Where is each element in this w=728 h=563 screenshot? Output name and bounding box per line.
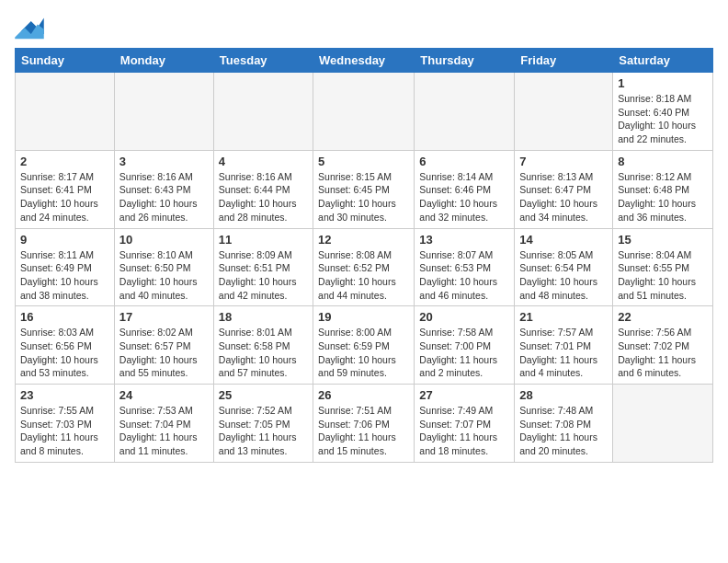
day-number: 17 bbox=[119, 310, 209, 324]
day-info: Sunrise: 8:01 AMSunset: 6:58 PMDaylight:… bbox=[219, 326, 308, 380]
day-cell: 2Sunrise: 8:17 AMSunset: 6:41 PMDaylight… bbox=[16, 150, 115, 228]
day-cell: 25Sunrise: 7:52 AMSunset: 7:05 PMDayligh… bbox=[213, 385, 313, 463]
day-cell: 8Sunrise: 8:12 AMSunset: 6:48 PMDaylight… bbox=[613, 150, 713, 228]
day-cell: 13Sunrise: 8:07 AMSunset: 6:53 PMDayligh… bbox=[415, 228, 515, 306]
weekday-header-friday: Friday bbox=[515, 49, 613, 73]
weekday-header-thursday: Thursday bbox=[415, 49, 515, 73]
week-row-2: 9Sunrise: 8:11 AMSunset: 6:49 PMDaylight… bbox=[16, 228, 713, 306]
day-info: Sunrise: 7:58 AMSunset: 7:00 PMDaylight:… bbox=[419, 326, 509, 380]
week-row-1: 2Sunrise: 8:17 AMSunset: 6:41 PMDaylight… bbox=[16, 150, 713, 228]
calendar-table: SundayMondayTuesdayWednesdayThursdayFrid… bbox=[15, 48, 713, 463]
day-info: Sunrise: 7:56 AMSunset: 7:02 PMDaylight:… bbox=[618, 326, 708, 380]
day-number: 9 bbox=[20, 233, 109, 247]
day-cell: 27Sunrise: 7:49 AMSunset: 7:07 PMDayligh… bbox=[415, 385, 515, 463]
day-info: Sunrise: 7:53 AMSunset: 7:04 PMDaylight:… bbox=[119, 404, 209, 458]
day-info: Sunrise: 8:09 AMSunset: 6:51 PMDaylight:… bbox=[219, 248, 308, 303]
day-cell: 3Sunrise: 8:16 AMSunset: 6:43 PMDaylight… bbox=[114, 150, 213, 228]
day-number: 14 bbox=[519, 233, 608, 247]
day-number: 12 bbox=[318, 233, 409, 247]
day-info: Sunrise: 8:07 AMSunset: 6:53 PMDaylight:… bbox=[419, 248, 509, 303]
logo-bird-icon bbox=[15, 15, 44, 40]
day-cell: 5Sunrise: 8:15 AMSunset: 6:45 PMDaylight… bbox=[313, 150, 415, 228]
week-row-0: 1Sunrise: 8:18 AMSunset: 6:40 PMDaylight… bbox=[16, 73, 713, 151]
weekday-header-saturday: Saturday bbox=[613, 49, 713, 73]
weekday-header-tuesday: Tuesday bbox=[213, 49, 313, 73]
day-cell bbox=[313, 73, 415, 151]
calendar-container: SundayMondayTuesdayWednesdayThursdayFrid… bbox=[0, 0, 728, 470]
day-number: 4 bbox=[219, 155, 308, 168]
day-info: Sunrise: 8:12 AMSunset: 6:48 PMDaylight:… bbox=[618, 170, 708, 224]
day-info: Sunrise: 8:18 AMSunset: 6:40 PMDaylight:… bbox=[618, 92, 708, 146]
day-number: 3 bbox=[119, 155, 209, 168]
day-cell: 26Sunrise: 7:51 AMSunset: 7:06 PMDayligh… bbox=[313, 385, 415, 463]
day-cell bbox=[415, 73, 515, 151]
day-number: 28 bbox=[519, 388, 608, 402]
weekday-header-wednesday: Wednesday bbox=[313, 49, 415, 73]
day-cell: 6Sunrise: 8:14 AMSunset: 6:46 PMDaylight… bbox=[415, 150, 515, 228]
day-cell: 15Sunrise: 8:04 AMSunset: 6:55 PMDayligh… bbox=[613, 228, 713, 306]
day-cell: 23Sunrise: 7:55 AMSunset: 7:03 PMDayligh… bbox=[16, 385, 115, 463]
day-info: Sunrise: 7:49 AMSunset: 7:07 PMDaylight:… bbox=[419, 404, 509, 458]
day-info: Sunrise: 8:05 AMSunset: 6:54 PMDaylight:… bbox=[519, 248, 608, 303]
day-info: Sunrise: 8:00 AMSunset: 6:59 PMDaylight:… bbox=[318, 326, 409, 380]
day-number: 22 bbox=[618, 310, 708, 324]
day-cell: 14Sunrise: 8:05 AMSunset: 6:54 PMDayligh… bbox=[515, 228, 613, 306]
day-cell bbox=[16, 73, 115, 151]
weekday-header-monday: Monday bbox=[114, 49, 213, 73]
day-number: 5 bbox=[318, 155, 409, 168]
day-info: Sunrise: 8:17 AMSunset: 6:41 PMDaylight:… bbox=[20, 170, 109, 224]
day-cell bbox=[515, 73, 613, 151]
day-cell: 19Sunrise: 8:00 AMSunset: 6:59 PMDayligh… bbox=[313, 306, 415, 385]
day-cell: 16Sunrise: 8:03 AMSunset: 6:56 PMDayligh… bbox=[16, 306, 115, 385]
day-info: Sunrise: 7:48 AMSunset: 7:08 PMDaylight:… bbox=[519, 404, 608, 458]
header bbox=[15, 15, 713, 40]
day-info: Sunrise: 7:57 AMSunset: 7:01 PMDaylight:… bbox=[519, 326, 608, 380]
day-number: 20 bbox=[419, 310, 509, 324]
day-info: Sunrise: 8:13 AMSunset: 6:47 PMDaylight:… bbox=[519, 170, 608, 224]
weekday-header-sunday: Sunday bbox=[16, 49, 115, 73]
day-cell: 7Sunrise: 8:13 AMSunset: 6:47 PMDaylight… bbox=[515, 150, 613, 228]
day-info: Sunrise: 8:14 AMSunset: 6:46 PMDaylight:… bbox=[419, 170, 509, 224]
day-cell: 11Sunrise: 8:09 AMSunset: 6:51 PMDayligh… bbox=[213, 228, 313, 306]
day-cell: 24Sunrise: 7:53 AMSunset: 7:04 PMDayligh… bbox=[114, 385, 213, 463]
day-cell: 9Sunrise: 8:11 AMSunset: 6:49 PMDaylight… bbox=[16, 228, 115, 306]
day-number: 21 bbox=[519, 310, 608, 324]
day-number: 25 bbox=[219, 388, 308, 402]
day-info: Sunrise: 7:51 AMSunset: 7:06 PMDaylight:… bbox=[318, 404, 409, 458]
week-row-3: 16Sunrise: 8:03 AMSunset: 6:56 PMDayligh… bbox=[16, 306, 713, 385]
day-number: 7 bbox=[519, 155, 608, 168]
day-info: Sunrise: 7:55 AMSunset: 7:03 PMDaylight:… bbox=[20, 404, 109, 458]
day-number: 18 bbox=[219, 310, 308, 324]
day-number: 24 bbox=[119, 388, 209, 402]
day-cell: 4Sunrise: 8:16 AMSunset: 6:44 PMDaylight… bbox=[213, 150, 313, 228]
day-number: 23 bbox=[20, 388, 109, 402]
day-number: 11 bbox=[219, 233, 308, 247]
day-cell: 1Sunrise: 8:18 AMSunset: 6:40 PMDaylight… bbox=[613, 73, 713, 151]
day-info: Sunrise: 8:16 AMSunset: 6:43 PMDaylight:… bbox=[119, 170, 209, 224]
day-cell: 21Sunrise: 7:57 AMSunset: 7:01 PMDayligh… bbox=[515, 306, 613, 385]
day-info: Sunrise: 8:08 AMSunset: 6:52 PMDaylight:… bbox=[318, 248, 409, 303]
day-number: 8 bbox=[618, 155, 708, 168]
day-number: 2 bbox=[20, 155, 109, 168]
day-number: 16 bbox=[20, 310, 109, 324]
weekday-header-row: SundayMondayTuesdayWednesdayThursdayFrid… bbox=[16, 49, 713, 73]
day-cell: 18Sunrise: 8:01 AMSunset: 6:58 PMDayligh… bbox=[213, 306, 313, 385]
day-cell: 12Sunrise: 8:08 AMSunset: 6:52 PMDayligh… bbox=[313, 228, 415, 306]
day-cell bbox=[114, 73, 213, 151]
day-number: 26 bbox=[318, 388, 409, 402]
logo bbox=[15, 15, 48, 40]
day-info: Sunrise: 8:11 AMSunset: 6:49 PMDaylight:… bbox=[20, 248, 109, 303]
day-cell: 20Sunrise: 7:58 AMSunset: 7:00 PMDayligh… bbox=[415, 306, 515, 385]
day-cell: 28Sunrise: 7:48 AMSunset: 7:08 PMDayligh… bbox=[515, 385, 613, 463]
day-number: 27 bbox=[419, 388, 509, 402]
day-number: 6 bbox=[419, 155, 509, 168]
day-cell bbox=[213, 73, 313, 151]
day-cell bbox=[613, 385, 713, 463]
day-info: Sunrise: 8:10 AMSunset: 6:50 PMDaylight:… bbox=[119, 248, 209, 303]
day-cell: 17Sunrise: 8:02 AMSunset: 6:57 PMDayligh… bbox=[114, 306, 213, 385]
day-number: 13 bbox=[419, 233, 509, 247]
day-info: Sunrise: 8:03 AMSunset: 6:56 PMDaylight:… bbox=[20, 326, 109, 380]
day-number: 1 bbox=[618, 76, 708, 90]
day-info: Sunrise: 8:16 AMSunset: 6:44 PMDaylight:… bbox=[219, 170, 308, 224]
day-info: Sunrise: 7:52 AMSunset: 7:05 PMDaylight:… bbox=[219, 404, 308, 458]
